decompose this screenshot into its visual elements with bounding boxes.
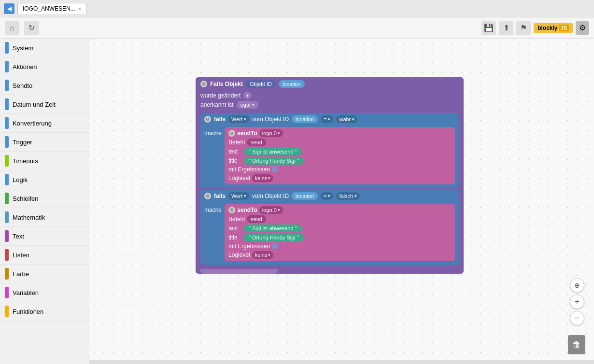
back-button[interactable]: ◀ bbox=[4, 3, 14, 14]
falls-objekt-block[interactable]: ⚙ Falls Objekt Objekt ID location wurde … bbox=[196, 77, 464, 274]
sidebar-item-funktionen[interactable]: Funktionen bbox=[0, 302, 89, 321]
cat-dot-timeouts bbox=[5, 155, 9, 167]
blockly-canvas[interactable]: ⚙ Falls Objekt Objekt ID location wurde … bbox=[89, 39, 594, 364]
objekt-id-pill[interactable]: Objekt ID bbox=[246, 80, 276, 88]
vom-objekt-id-1: vom Objekt ID bbox=[252, 116, 289, 123]
keins-1-dropdown[interactable]: keins ▾ bbox=[252, 174, 274, 182]
send-2-pill[interactable]: send bbox=[247, 215, 266, 223]
zoom-in-button[interactable]: + bbox=[570, 294, 584, 309]
equals-2-dropdown[interactable]: = ▾ bbox=[321, 192, 333, 200]
objekt-id-label: Objekt ID bbox=[250, 81, 272, 87]
text-1-value-pill[interactable]: " Sigi ist anwesend " bbox=[244, 148, 302, 155]
egal-dropdown[interactable]: egal ▾ bbox=[237, 101, 258, 109]
cat-dot-aktionen bbox=[5, 61, 9, 72]
mache-2-label: mache bbox=[204, 204, 222, 213]
keins-2-dropdown[interactable]: keins ▾ bbox=[252, 251, 274, 259]
if-1-location-pill[interactable]: location bbox=[292, 115, 318, 123]
wert-2-dropdown[interactable]: Wert ▾ bbox=[228, 192, 249, 200]
sidebar-item-mathematik[interactable]: Mathematik bbox=[0, 208, 89, 227]
home-button[interactable]: ⌂ bbox=[5, 21, 19, 35]
title-2-value: " Ortung Handy Sigi " bbox=[249, 235, 299, 240]
if-block-1[interactable]: ⚙ falls Wert ▾ vom Objekt ID location bbox=[200, 113, 459, 188]
iogo-1-dropdown[interactable]: iogo.0 ▾ bbox=[259, 129, 283, 137]
sidebar-item-konvertierung[interactable]: Konvertierung bbox=[0, 114, 89, 133]
sidebar-item-logik[interactable]: Logik bbox=[0, 170, 89, 189]
flag-button[interactable]: ⚑ bbox=[516, 21, 531, 35]
cat-dot-sendto bbox=[5, 80, 9, 91]
if-2-gear-icon[interactable]: ⚙ bbox=[204, 193, 211, 199]
cat-dot-system bbox=[5, 42, 9, 54]
sidebar-item-sendto[interactable]: Sendto bbox=[0, 76, 89, 95]
title-2-label: title bbox=[228, 234, 242, 241]
title-1-value-pill[interactable]: " Ortung Handy Sigi " bbox=[244, 157, 304, 165]
befehl-2-row: Befehl send bbox=[228, 215, 451, 223]
keins-2-label: keins bbox=[255, 252, 268, 258]
sidebar-item-variablen[interactable]: Variablen bbox=[0, 283, 89, 302]
canvas-scrollbar[interactable] bbox=[89, 360, 594, 364]
if-1-gear-icon[interactable]: ⚙ bbox=[204, 116, 211, 123]
sidebar-item-trigger[interactable]: Trigger bbox=[0, 133, 89, 152]
sidebar-item-aktionen[interactable]: Aktionen bbox=[0, 57, 89, 76]
if-2-location-pill[interactable]: location bbox=[292, 192, 318, 200]
sidebar-label-listen: Listen bbox=[13, 252, 29, 259]
falls-objekt-gear-icon[interactable]: ⚙ bbox=[200, 81, 207, 87]
send-1-pill[interactable]: send bbox=[247, 139, 266, 146]
wurde-geandert-dropdown[interactable]: ▾ bbox=[243, 92, 252, 99]
trash-button[interactable]: 🗑 bbox=[568, 335, 585, 354]
egal-label: egal bbox=[240, 102, 251, 108]
iogo-2-dropdown[interactable]: iogo.0 ▾ bbox=[259, 206, 283, 214]
sidebar-item-schleifen[interactable]: Schleifen bbox=[0, 189, 89, 208]
text-2-value-pill[interactable]: " Sigi ist abwesend " bbox=[244, 224, 302, 232]
sendto-2-label: sendTo bbox=[237, 207, 257, 213]
sidebar-item-timeouts[interactable]: Timeouts bbox=[0, 152, 89, 170]
tab-iogo[interactable]: IOGO_ANWESEN... × bbox=[17, 3, 86, 14]
text-2-value: " Sigi ist abwesend " bbox=[249, 225, 297, 231]
sidebar-item-datum[interactable]: Datum und Zeit bbox=[0, 95, 89, 114]
location-value-pill[interactable]: location bbox=[279, 80, 305, 88]
sidebar-label-konvertierung: Konvertierung bbox=[13, 120, 52, 127]
equals-1-dropdown[interactable]: = ▾ bbox=[321, 115, 333, 123]
keins-1-label: keins bbox=[255, 175, 268, 181]
sidebar-item-listen[interactable]: Listen bbox=[0, 246, 89, 265]
wahr-dropdown[interactable]: wahr ▾ bbox=[336, 115, 357, 123]
sendto-2-gear-icon[interactable]: ⚙ bbox=[228, 207, 235, 213]
zoom-out-button[interactable]: − bbox=[570, 311, 584, 325]
cat-dot-listen bbox=[5, 249, 9, 261]
sendto-2-block[interactable]: ⚙ sendTo iogo.0 ▾ Befehl send bbox=[225, 204, 455, 261]
save-button[interactable]: 💾 bbox=[481, 21, 496, 35]
if-2-location-val: location bbox=[296, 193, 314, 199]
mit-ergebnissen-2-checkbox[interactable] bbox=[272, 243, 278, 249]
cat-dot-konvertierung bbox=[5, 117, 9, 129]
tab-close-icon[interactable]: × bbox=[78, 6, 81, 12]
if-block-2[interactable]: ⚙ falls Wert ▾ vom Objekt ID location = … bbox=[200, 190, 459, 265]
befehl-2-label: Befehl bbox=[228, 216, 245, 223]
sidebar-label-variablen: Variablen bbox=[13, 289, 39, 296]
mit-ergebnissen-1-label: mit Ergebnissen bbox=[228, 166, 270, 173]
upload-button[interactable]: ⬆ bbox=[499, 21, 513, 35]
falsch-dropdown[interactable]: falsch ▾ bbox=[336, 192, 360, 200]
sidebar-item-system[interactable]: System bbox=[0, 39, 89, 57]
equals-2-label: = bbox=[324, 193, 326, 199]
title-2-value-pill[interactable]: " Ortung Handy Sigi " bbox=[244, 234, 304, 241]
if-1-falls-label: falls bbox=[214, 116, 226, 123]
sidebar-label-farbe: Farbe bbox=[13, 270, 29, 278]
mache-2-row: mache ⚙ sendTo iogo.0 ▾ bbox=[200, 202, 459, 265]
blockly-button[interactable]: blockly JS bbox=[534, 23, 573, 33]
wert-1-label: Wert bbox=[231, 116, 242, 122]
if-2-falls-label: falls bbox=[214, 193, 226, 199]
wert-1-dropdown[interactable]: Wert ▾ bbox=[228, 115, 249, 123]
sidebar-item-text[interactable]: Text bbox=[0, 227, 89, 246]
falls-objekt-label: Falls Objekt bbox=[210, 81, 243, 87]
sidebar-item-farbe[interactable]: Farbe bbox=[0, 265, 89, 283]
zoom-fit-button[interactable]: ⊕ bbox=[570, 278, 584, 293]
if-block-2-header: ⚙ falls Wert ▾ vom Objekt ID location = … bbox=[200, 190, 459, 202]
mit-ergebnissen-1-checkbox[interactable] bbox=[272, 167, 278, 172]
refresh-button[interactable]: ↻ bbox=[24, 21, 39, 35]
sendto-1-label: sendTo bbox=[237, 130, 257, 137]
sendto-1-gear-icon[interactable]: ⚙ bbox=[228, 130, 235, 137]
settings-button[interactable]: ⚙ bbox=[576, 21, 589, 35]
js-badge[interactable]: JS bbox=[559, 25, 569, 31]
sendto-1-block[interactable]: ⚙ sendTo iogo.0 ▾ Befehl bbox=[225, 127, 455, 184]
loglevel-2-row: Loglevel keins ▾ bbox=[228, 251, 451, 259]
cat-dot-mathematik bbox=[5, 211, 9, 223]
